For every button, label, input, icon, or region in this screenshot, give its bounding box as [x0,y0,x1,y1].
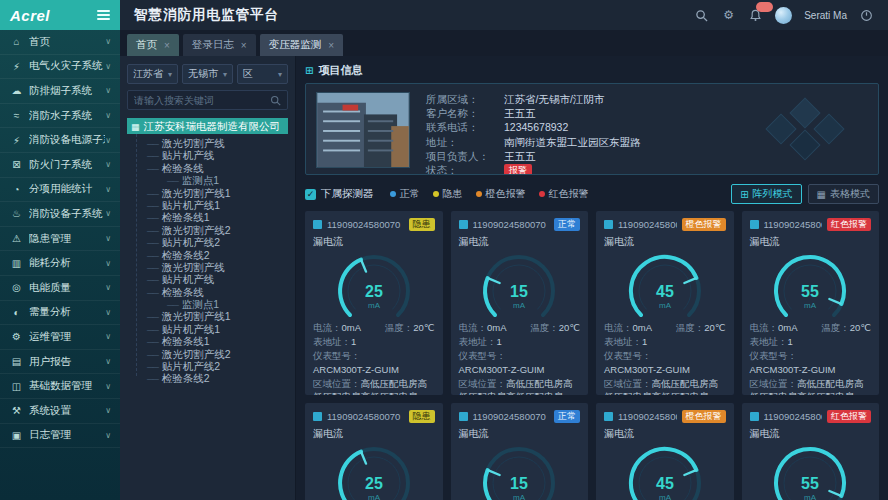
tree-item[interactable]: ──检验条线1 [127,335,288,347]
tree-item[interactable]: ──监测点1 [127,174,288,186]
tab-home[interactable]: 首页× [127,34,179,56]
tree-item-selected[interactable]: ▦江苏安科瑞电器制造有限公司 [127,118,288,134]
sidebar-item-ops[interactable]: ⚙运维管理∨ [0,325,120,350]
tree-item-label: 激光切割产线 [162,137,225,149]
tab-transformer-monitor[interactable]: 变压器监测× [260,34,343,56]
gear-icon[interactable]: ⚙ [721,8,736,23]
chevron-down-icon: ▾ [168,70,172,79]
sidebar-item-energy-stat[interactable]: ◔分项用能统计∨ [0,178,120,203]
meter-address: 表地址：1 [604,335,726,349]
tree-item[interactable]: ──检验条线2 [127,372,288,384]
sidebar-item-base-data[interactable]: ◫基础数据管理∨ [0,374,120,399]
sidebar-item-smoke-exhaust[interactable]: ☁防排烟子系统∨ [0,79,120,104]
door-icon: ⊠ [9,159,24,170]
tree-item[interactable]: ──贴片机产线2 [127,360,288,372]
bell-icon[interactable] [748,8,763,23]
legend-dot-icon [433,191,439,197]
tree-item[interactable]: ──检验条线1 [127,211,288,223]
sidebar-item-log[interactable]: ▣日志管理∨ [0,424,120,449]
field-value: 20℃ [850,322,871,333]
province-select[interactable]: 江苏省▾ [127,64,178,84]
gauge-card-header: 11909024580070正常 [459,410,581,423]
sidebar-item-electric-fire[interactable]: ⚡电气火灾子系统∨ [0,55,120,80]
username[interactable]: Serati Ma [804,10,847,21]
power-icon[interactable] [859,8,874,23]
svg-text:mA: mA [804,493,817,500]
status-badge: 正常 [554,218,580,231]
sidebar-item-hazard[interactable]: ⚠隐患管理∨ [0,227,120,252]
sidebar-item-label: 需量分析 [29,305,105,319]
close-icon[interactable]: × [164,40,170,51]
sidebar-item-system-settings[interactable]: ⚒系统设置∨ [0,399,120,424]
menu-toggle-icon[interactable] [97,10,110,20]
district-select[interactable]: 区▾ [237,64,288,84]
checkbox[interactable] [604,220,613,229]
field-label: 仪表型号： [750,350,798,361]
tools-icon: ⚒ [9,405,24,416]
checkbox[interactable] [313,220,322,229]
sidebar-item-energy-analysis[interactable]: ▥能耗分析∨ [0,251,120,276]
checkbox[interactable] [750,412,759,421]
tree-item[interactable]: ──贴片机产线 [127,149,288,161]
sidebar-item-fire-device[interactable]: ♨消防设备子系统∨ [0,202,120,227]
sidebar-item-fire-power[interactable]: ⚡消防设备电源子系统∨ [0,128,120,153]
sidebar-item-fire-water[interactable]: ≈消防水子系统∨ [0,104,120,129]
close-icon[interactable]: × [328,40,334,51]
gauge-label: 漏电流 [313,235,435,249]
tree-item[interactable]: ──贴片机产线2 [127,236,288,248]
tree-item[interactable]: ──检验条线 [127,286,288,298]
project-info-panel: 所属区域：江苏省/无锡市/江阴市客户名称：王五五联系电话：12345678932… [305,83,879,175]
svg-text:45: 45 [656,283,674,300]
sidebar-item-power-quality[interactable]: ◎电能质量∨ [0,276,120,301]
tab-label: 变压器监测 [269,38,322,52]
tree-item[interactable]: ──贴片机产线1 [127,323,288,335]
tab-login-log[interactable]: 登录日志× [183,34,256,56]
view-mode-button-grid[interactable]: ⊞阵列模式 [731,184,801,204]
tree-item[interactable]: ──激光切割产线 [127,261,288,273]
chevron-down-icon: ∨ [105,234,111,243]
sidebar-item-label: 防火门子系统 [29,158,105,172]
tab-label: 首页 [136,38,157,52]
gauge-card: 11909024580070红色报警漏电流 55 mA 电流：0mA温度：20℃… [742,403,880,500]
tree-item-label: 检验条线1 [162,211,210,223]
bar-chart-icon: ▥ [9,258,24,269]
checkbox[interactable] [459,220,468,229]
checkbox[interactable] [750,220,759,229]
tree-item[interactable]: ──贴片机产线 [127,273,288,285]
tree-item[interactable]: ──激光切割产线1 [127,187,288,199]
sidebar-item-home[interactable]: ⌂首页∨ [0,30,120,55]
tree-item[interactable]: ──激光切割产线1 [127,310,288,322]
status-badge: 隐患 [409,218,435,231]
sidebar-item-fire-door[interactable]: ⊠防火门子系统∨ [0,153,120,178]
kv-pair: 仪表型号：ARCM300T-Z-GUIM [459,349,581,377]
report-icon: ▤ [9,356,24,367]
view-mode-button-table[interactable]: ▦表格模式 [808,184,879,204]
field-label: 仪表型号： [604,350,652,361]
tree-item[interactable]: ──激光切割产线2 [127,348,288,360]
tree-item[interactable]: ──检验条线2 [127,249,288,261]
kv-pair: 温度：20℃ [530,321,580,335]
close-icon[interactable]: × [241,40,247,51]
sidebar-item-user-report[interactable]: ▤用户报告∨ [0,350,120,375]
tree-item[interactable]: ──激光切割产线2 [127,224,288,236]
field-label: 项目负责人： [426,149,504,163]
svg-text:15: 15 [510,475,528,492]
tree-item[interactable]: ──监测点1 [127,298,288,310]
avatar[interactable] [775,7,792,24]
checkbox[interactable] [604,412,613,421]
gauge-label: 漏电流 [750,427,872,441]
city-select[interactable]: 无锡市▾ [182,64,233,84]
tree-item[interactable]: ──激光切割产线 [127,137,288,149]
device-id: 11909024580070 [618,411,677,422]
checkbox[interactable] [313,412,322,421]
gauge-label: 漏电流 [459,235,581,249]
search-icon[interactable] [694,8,709,23]
sidebar-item-demand-analysis[interactable]: ◐需量分析∨ [0,301,120,326]
tree-item[interactable]: ──检验条线 [127,162,288,174]
device-tree: ▦江苏安科瑞电器制造有限公司──激光切割产线──贴片机产线──检验条线──监测点… [127,118,288,492]
checkbox[interactable] [459,412,468,421]
sub-detector-checkbox[interactable]: ✓ 下属探测器 [305,187,374,201]
tree-item[interactable]: ──贴片机产线1 [127,199,288,211]
field-value: 20℃ [704,322,725,333]
tree-search-input[interactable] [134,95,266,106]
